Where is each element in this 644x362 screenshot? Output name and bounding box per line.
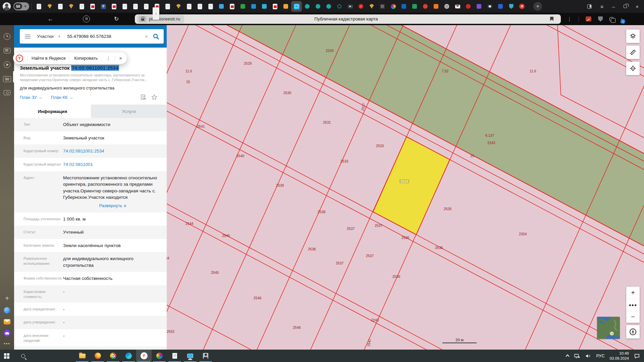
- clear-search-icon[interactable]: ×: [145, 34, 148, 39]
- browser-tab[interactable]: [34, 1, 44, 12]
- taskbar-edge-app[interactable]: [121, 350, 136, 362]
- compass-button[interactable]: [626, 325, 640, 339]
- zoom-levels-button[interactable]: ●●●: [626, 299, 640, 311]
- more-options-icon[interactable]: ⋮: [106, 56, 111, 61]
- mail-icon[interactable]: [4, 319, 10, 324]
- browser-tab[interactable]: [55, 1, 66, 12]
- browser-tab[interactable]: [313, 1, 323, 12]
- browser-tab[interactable]: [420, 1, 431, 12]
- services-icon[interactable]: [4, 307, 10, 314]
- clock[interactable]: 10:49 03.09.2024: [609, 351, 629, 361]
- browser-tab[interactable]: [44, 1, 55, 12]
- restore-button[interactable]: [624, 5, 627, 8]
- panel-collapse-button[interactable]: ‹: [153, 7, 159, 20]
- taskbar-person-app[interactable]: [198, 350, 213, 362]
- volume-icon[interactable]: [585, 353, 591, 359]
- yandex-home-button[interactable]: Я: [83, 15, 90, 22]
- browser-tab[interactable]: [195, 1, 205, 12]
- zoom-in-button[interactable]: +: [626, 287, 640, 299]
- browser-tab[interactable]: [109, 1, 119, 12]
- browser-tab[interactable]: [237, 1, 248, 12]
- language-indicator[interactable]: РУС: [596, 354, 604, 358]
- close-popup-icon[interactable]: ×: [119, 55, 122, 61]
- copy-button[interactable]: Копировать: [74, 56, 98, 61]
- browser-tab[interactable]: [431, 1, 441, 12]
- browser-tab[interactable]: [474, 1, 484, 12]
- back-button[interactable]: ←: [48, 16, 53, 22]
- browser-tab[interactable]: [205, 1, 216, 12]
- browser-tab[interactable]: [334, 1, 345, 12]
- taskbar-notepad-app[interactable]: [167, 350, 182, 362]
- browser-tab[interactable]: [184, 1, 195, 12]
- browser-tab[interactable]: [345, 1, 356, 12]
- browser-tab[interactable]: [517, 1, 527, 12]
- browser-tab[interactable]: [463, 1, 474, 12]
- minimize-button[interactable]: –: [612, 4, 615, 9]
- browser-tab[interactable]: [484, 1, 495, 12]
- expand-link[interactable]: Развернуть ∨: [63, 203, 163, 209]
- action-center-icon[interactable]: [634, 353, 640, 359]
- browser-tab[interactable]: [441, 1, 452, 12]
- history-icon[interactable]: [4, 33, 10, 40]
- browser-tab[interactable]: [356, 1, 366, 12]
- search-plan-icon[interactable]: [141, 94, 147, 100]
- browser-tab[interactable]: [452, 1, 463, 12]
- taskbar-monitor-app[interactable]: [182, 350, 198, 362]
- lock-icon[interactable]: [139, 16, 146, 22]
- plan-kk-link[interactable]: План КК →: [51, 95, 73, 100]
- tab-count-badge[interactable]: 50: [3, 76, 11, 82]
- domain-chip[interactable]: pkk.rosreestr.ru: [137, 15, 184, 23]
- taskbar-paint-app[interactable]: [152, 350, 167, 362]
- search-box[interactable]: Участки ▼ 55.479068 60.576238 ×: [20, 29, 164, 44]
- cadastral-map[interactable]: 224325297,5211.611.61525302537253125416.…: [167, 25, 644, 350]
- downloads-button[interactable]: ↓ 1: [620, 16, 623, 22]
- search-input[interactable]: 55.479068 60.576238: [67, 34, 111, 39]
- kebab-menu-icon[interactable]: ⋮: [567, 16, 572, 21]
- browser-tab[interactable]: [323, 1, 334, 12]
- browser-tab[interactable]: [66, 1, 76, 12]
- browser-tab[interactable]: [130, 1, 141, 12]
- new-tab-button[interactable]: +: [533, 2, 542, 11]
- browser-tab[interactable]: [76, 1, 87, 12]
- browser-tab[interactable]: [495, 1, 506, 12]
- chevron-down-icon[interactable]: ▼: [58, 35, 61, 38]
- feed-icon[interactable]: [4, 48, 10, 53]
- browser-tab[interactable]: [291, 1, 302, 12]
- zoom-out-button[interactable]: −: [626, 311, 640, 323]
- side-panel-icon[interactable]: [587, 4, 592, 9]
- taskbar-start-button[interactable]: [0, 350, 15, 362]
- browser-tab[interactable]: [98, 1, 109, 12]
- bookmark-icon[interactable]: [550, 17, 553, 21]
- search-category[interactable]: Участки: [37, 34, 54, 39]
- browser-tab[interactable]: [141, 1, 152, 12]
- screenshot-icon[interactable]: [4, 90, 10, 95]
- more-icon[interactable]: •••: [4, 341, 10, 346]
- extension-icon[interactable]: [586, 16, 591, 21]
- hidden-icons-chevron[interactable]: [566, 354, 570, 358]
- overview-minimap[interactable]: [597, 317, 620, 339]
- menu-burger-icon[interactable]: [25, 35, 31, 39]
- favorite-star-icon[interactable]: [151, 94, 157, 100]
- close-button[interactable]: ×: [636, 4, 639, 9]
- taskbar-chrome-app[interactable]: [105, 350, 121, 362]
- taskbar-yandex-app[interactable]: Y: [136, 350, 152, 362]
- browser-tab[interactable]: [366, 1, 377, 12]
- layers-button[interactable]: [626, 29, 640, 43]
- position-button[interactable]: [626, 62, 640, 75]
- tab-services[interactable]: Услуги: [91, 105, 167, 118]
- taskbar-explorer-app[interactable]: [74, 350, 90, 362]
- browser-tab[interactable]: [377, 1, 388, 12]
- browser-tab[interactable]: [302, 1, 313, 12]
- browser-tab[interactable]: [119, 1, 130, 12]
- browser-tab[interactable]: [409, 1, 420, 12]
- browser-tab[interactable]: [248, 1, 259, 12]
- browser-tab[interactable]: [398, 1, 409, 12]
- measure-button[interactable]: [626, 46, 640, 59]
- tab-information[interactable]: Информация: [14, 105, 91, 118]
- profile-avatar[interactable]: [3, 2, 11, 10]
- browser-tab[interactable]: [388, 1, 398, 12]
- plan-zu-link[interactable]: План ЗУ →: [20, 95, 43, 100]
- network-icon[interactable]: [574, 353, 580, 359]
- shield-extension-icon[interactable]: [598, 16, 603, 22]
- reload-button[interactable]: ↻: [114, 16, 119, 22]
